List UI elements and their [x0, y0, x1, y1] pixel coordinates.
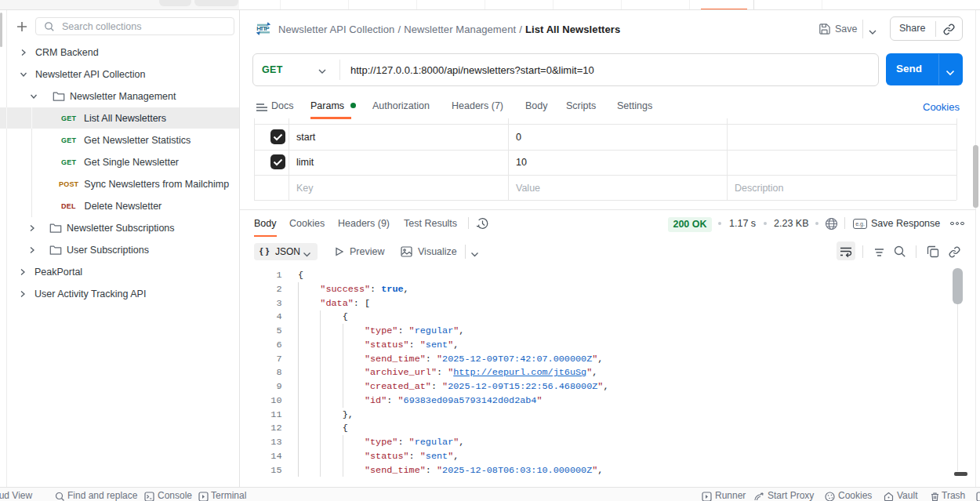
svg-text:HTTP: HTTP — [256, 25, 270, 32]
